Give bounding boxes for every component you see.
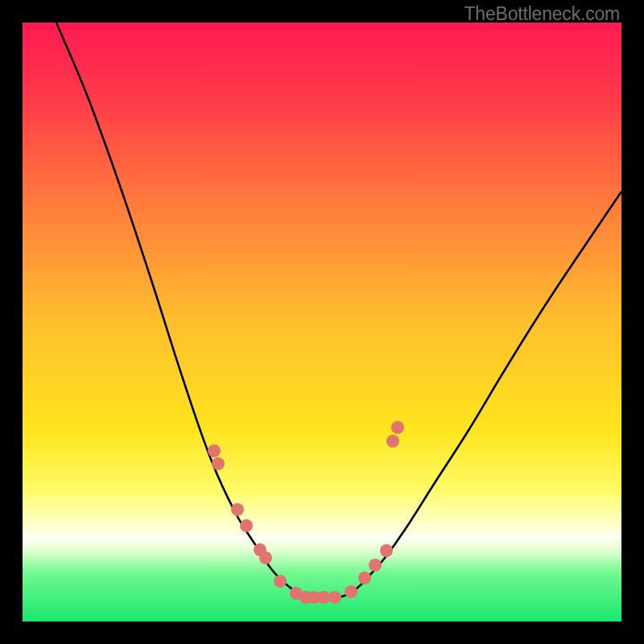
curve-marker	[358, 572, 371, 584]
curve-marker	[386, 435, 399, 448]
curve-marker	[380, 544, 393, 557]
chart-background	[23, 23, 621, 621]
watermark-text: TheBottleneck.com	[464, 3, 620, 25]
curve-marker	[328, 591, 341, 604]
bottleneck-chart	[23, 23, 621, 621]
curve-marker	[317, 591, 330, 604]
curve-marker	[274, 575, 287, 588]
curve-marker	[208, 444, 221, 457]
curve-marker	[259, 551, 272, 564]
curve-marker	[369, 559, 382, 572]
curve-marker	[345, 585, 357, 598]
curve-marker	[391, 421, 404, 434]
curve-marker	[240, 519, 253, 532]
curve-marker	[231, 503, 244, 516]
curve-marker	[212, 457, 225, 470]
